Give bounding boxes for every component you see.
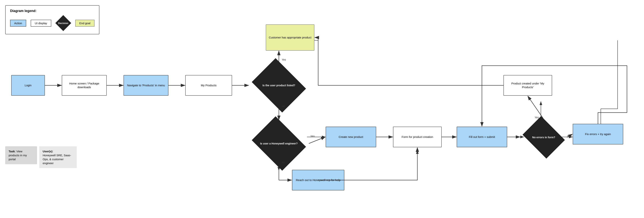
legend-endgoal: End goal <box>75 20 94 27</box>
reachout-label: Reach out to Honeywell rep for help <box>294 177 342 183</box>
svg-line-32 <box>309 137 325 144</box>
ishoneywell-label: Is user a Honeywell engineer? <box>260 142 298 145</box>
label-yes-islisted: Yes <box>282 58 286 61</box>
legend-title: Diagram legend: <box>10 9 94 13</box>
node-fillout: Fill out form + submit <box>457 127 507 147</box>
note-task: Task: View products in my portal <box>5 146 37 164</box>
legend-items: Action UI display Decision End goal <box>10 16 94 31</box>
node-formcreation: Form for product creation <box>393 127 442 147</box>
homescreen-label: Home screen / Package downloads <box>62 80 106 90</box>
ishoneywell-diamond: Is user a Honeywell engineer? <box>249 120 309 167</box>
label-no-islisted: No <box>282 105 285 108</box>
node-homescreen: Home screen / Package downloads <box>62 75 107 96</box>
legend-decision: Decision <box>55 15 71 31</box>
node-navigate: Navigate to 'Products' in menu <box>124 75 168 96</box>
diagram-canvas: Diagram legend: Action UI display Decisi… <box>0 0 644 218</box>
note-users-bold: User(s) <box>43 150 52 153</box>
legend-box: Diagram legend: Action UI display Decisi… <box>5 5 100 34</box>
login-label: Login <box>23 82 34 88</box>
node-createnew: Create new product <box>326 127 376 147</box>
islisted-label: Is the user product listed? <box>262 84 295 87</box>
formcreation-label: Form for product creation <box>400 134 435 140</box>
legend-decision-wrap: Decision <box>56 16 71 31</box>
node-customerhas: Customer has appropriate product <box>266 24 314 51</box>
node-myproducts: My Products <box>185 75 232 96</box>
label-yes-noerrors: Yes <box>534 116 539 119</box>
svg-line-39 <box>528 96 544 119</box>
legend-uidisplay: UI display <box>31 20 51 27</box>
node-islisted: Is the user product listed? <box>249 62 309 109</box>
islisted-diamond: Is the user product listed? <box>249 62 309 109</box>
customerhas-label: Customer has appropriate product <box>267 35 313 41</box>
label-yes-ishoneywell: Yes <box>310 135 314 138</box>
noerrors-label: No errors in form? <box>532 136 555 139</box>
node-login: Login <box>11 75 45 96</box>
legend-decision-label: Decision <box>58 22 68 25</box>
note-task-bold: Task <box>8 150 15 153</box>
myproducts-label: My Products <box>199 82 218 88</box>
navigate-label: Navigate to 'Products' in menu <box>125 82 167 88</box>
label-no-noerrors: No <box>567 135 570 138</box>
node-fixerrors: Fix errors + try again <box>573 124 623 145</box>
fixerrors-label: Fix errors + try again <box>583 131 613 137</box>
noerrors-diamond: No errors in form? <box>520 119 567 156</box>
productcreated-label: Product created under 'My Products' <box>504 80 552 90</box>
label-no-ishoneywell: No <box>282 161 285 164</box>
node-ishoneywell: Is user a Honeywell engineer? <box>249 120 309 167</box>
fillout-label: Fill out form + submit <box>467 134 497 140</box>
node-noerrors: No errors in form? <box>520 119 567 156</box>
node-reachout: Reach out to Honeywell rep for help <box>292 170 344 190</box>
node-productcreated: Product created under 'My Products' <box>504 75 552 96</box>
legend-action: Action <box>10 20 26 27</box>
createnew-label: Create new product <box>337 134 365 140</box>
note-users: User(s):Honeywell SRE, Saas-Ops, & custo… <box>39 146 77 168</box>
